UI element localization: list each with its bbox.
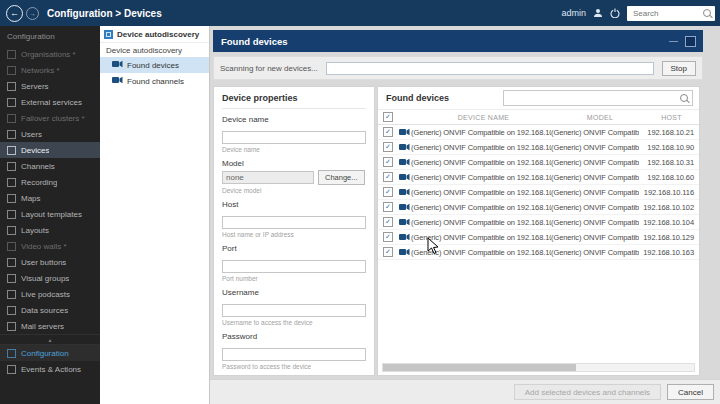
users-icon [7,130,16,139]
host-cell: 192.168.10.116 [639,188,699,197]
found-devices-header: Found devices [378,87,699,110]
table-row[interactable]: (Generic) ONVIF Compatible on 192.168.10… [378,215,699,230]
host-cell: 192.168.10.104 [639,218,699,227]
tree-root[interactable]: Device autodiscovery [100,43,209,57]
minimize-icon[interactable]: — [669,37,678,46]
main-area: Found devices — Scanning for new devices… [210,26,720,404]
sidebar-item-recording[interactable]: Recording [0,174,100,190]
sidebar-item-users[interactable]: Users [0,126,100,142]
column-device-name[interactable]: DEVICE NAME [411,114,556,121]
back-button[interactable]: ← [6,5,23,22]
user-name: admin [561,8,586,18]
row-checkbox[interactable] [383,172,393,182]
table-row[interactable]: (Generic) ONVIF Compatible on 192.168.10… [378,140,699,155]
row-checkbox[interactable] [383,202,393,212]
sidebar-item-user-buttons[interactable]: User buttons [0,254,100,270]
model-input [222,171,314,184]
column-host[interactable]: HOST [644,114,699,121]
sidebar-scroll-up[interactable]: ▴ [0,334,100,345]
device-name-cell: (Generic) ONVIF Compatible on 192.168.10… [411,203,551,212]
power-icon[interactable] [610,4,620,22]
model-cell: (Generic) ONVIF Compatible [551,203,639,212]
sidebar-item-maps[interactable]: Maps [0,190,100,206]
device-properties-panel: Device properties Device name Device nam… [213,86,375,376]
dialog-title-bar: Found devices — [213,30,703,52]
table-row[interactable]: (Generic) ONVIF Compatible on 192.168.10… [378,125,699,140]
sidebar-item-layouts[interactable]: Layouts [0,222,100,238]
host-cell: 192.168.10.90 [639,143,699,152]
camera-icon [398,203,411,211]
sidebar-item-configuration[interactable]: Configuration [0,345,100,361]
sidebar-item-devices[interactable]: Devices [0,142,100,158]
forward-button[interactable]: → [26,7,39,20]
tree-item-found-devices[interactable]: Found devices [100,57,209,73]
sidebar-item-visual-groups[interactable]: Visual groups [0,270,100,286]
port-input[interactable] [222,260,366,273]
row-checkbox[interactable] [383,127,393,137]
cluster-icon [7,114,16,123]
select-all-checkbox[interactable] [383,112,393,122]
sidebar-item-mail-servers[interactable]: Mail servers [0,318,100,334]
username-label: Username [222,288,366,297]
table-row[interactable]: (Generic) ONVIF Compatible on 192.168.10… [378,155,699,170]
tree-items: Found devicesFound channels [100,57,209,89]
tree-item-label: Found devices [127,61,179,70]
tree-item-found-channels[interactable]: Found channels [100,73,209,89]
row-checkbox[interactable] [383,247,393,257]
sidebar-item-label: Servers [21,82,49,91]
found-devices-title: Found devices [378,93,449,103]
sidebar-item-live-podcasts[interactable]: Live podcasts [0,286,100,302]
row-checkbox[interactable] [383,142,393,152]
table-row[interactable]: (Generic) ONVIF Compatible on 192.168.10… [378,245,699,260]
autodiscovery-icon [104,30,113,39]
change-model-button[interactable]: Change... [318,170,365,185]
horizontal-scrollbar[interactable] [382,363,695,372]
host-cell: 192.168.10.163 [639,248,699,257]
sidebar-item-servers[interactable]: Servers [0,78,100,94]
password-hint: Password to access the device [222,363,366,370]
sidebar-item-data-sources[interactable]: Data sources [0,302,100,318]
user-icon[interactable] [593,4,603,22]
dock-icon[interactable] [685,36,696,47]
device-name-input[interactable] [222,131,366,144]
camera-icon [398,128,411,136]
row-checkbox[interactable] [383,157,393,167]
stop-button[interactable]: Stop [662,61,696,76]
scrollbar-thumb[interactable] [383,364,576,371]
row-checkbox[interactable] [383,232,393,242]
global-search-input[interactable] [631,8,703,19]
table-header: DEVICE NAME MODEL HOST [378,110,699,125]
device-name-cell: (Generic) ONVIF Compatible on 192.168.10… [411,188,551,197]
device-filter-input[interactable] [508,93,680,104]
breadcrumb: Configuration > Devices [47,8,162,19]
device-table-body: (Generic) ONVIF Compatible on 192.168.10… [378,125,699,260]
video-wall-icon [7,242,16,251]
row-checkbox[interactable] [383,187,393,197]
scan-strip: Scanning for new devices... 66% Stop [213,56,703,80]
table-row[interactable]: (Generic) ONVIF Compatible on 192.168.10… [378,185,699,200]
layout-icon [7,226,16,235]
sidebar-item-label: Events & Actions [21,365,81,374]
device-name-cell: (Generic) ONVIF Compatible on 192.168.10… [411,233,551,242]
cancel-button[interactable]: Cancel [667,384,714,400]
device-name-cell: (Generic) ONVIF Compatible on 192.168.10… [411,173,551,182]
camera-icon [398,158,411,166]
password-input[interactable] [222,348,366,361]
add-selected-button[interactable]: Add selected devices and channels [514,384,661,400]
host-input[interactable] [222,216,366,229]
sidebar-item-events-actions[interactable]: Events & Actions [0,361,100,377]
device-properties-title: Device properties [222,93,366,109]
top-bar: ← → Configuration > Devices admin [0,0,720,26]
column-model[interactable]: MODEL [556,114,644,121]
sidebar-item-channels[interactable]: Channels [0,158,100,174]
table-row[interactable]: (Generic) ONVIF Compatible on 192.168.10… [378,230,699,245]
sidebar-item-organisations: Organisations * [0,46,100,62]
sidebar-item-external-services[interactable]: External services [0,94,100,110]
table-row[interactable]: (Generic) ONVIF Compatible on 192.168.10… [378,170,699,185]
row-checkbox[interactable] [383,217,393,227]
sidebar-item-networks: Networks * [0,62,100,78]
username-input[interactable] [222,304,366,317]
tree-panel-title-row: Device autodiscovery [100,26,209,43]
table-row[interactable]: (Generic) ONVIF Compatible on 192.168.10… [378,200,699,215]
sidebar-item-layout-templates[interactable]: Layout templates [0,206,100,222]
